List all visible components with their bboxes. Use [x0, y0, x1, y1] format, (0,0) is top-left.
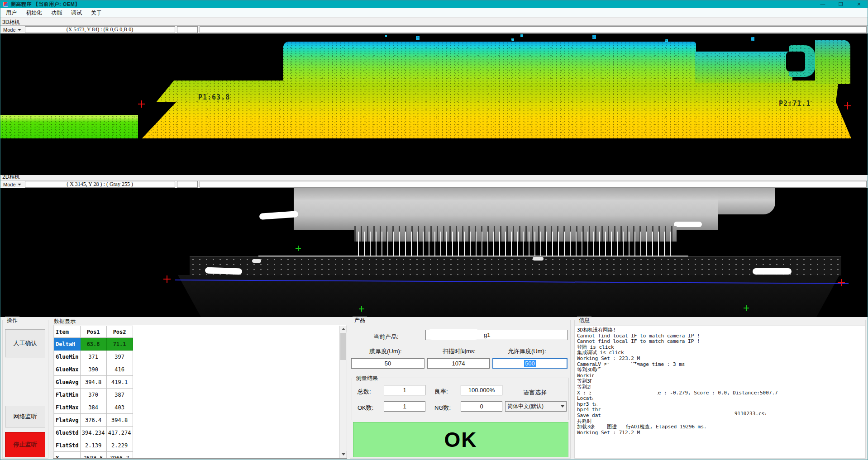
cell-item: GlueAvg	[54, 376, 81, 389]
scroll-down-icon[interactable]	[340, 451, 347, 458]
scrollbar-thumb[interactable]	[340, 333, 346, 360]
menu-item-user[interactable]: 用户	[1, 8, 21, 18]
table-row[interactable]: GlueStd 394.234 417.274	[54, 427, 133, 439]
application-window: 测高程序 【当前用户: OEM】 — ❐ ✕ 用户 初始化 功能 调试 关于 3…	[0, 0, 868, 460]
table-scrollbar[interactable]	[339, 326, 346, 458]
table-row[interactable]: X 2583.5 7966.7	[54, 452, 133, 459]
table-row[interactable]: FlatStd 2.139 2.229	[54, 439, 133, 452]
heightmap-left-slab	[0, 115, 138, 138]
product-group-label: 产品	[353, 317, 367, 324]
cell-pos1: 2583.5	[80, 452, 106, 459]
camera2d-viewport[interactable]	[0, 188, 868, 317]
cell-pos2: 419.1	[106, 376, 133, 389]
left-fiducial-cross-3d	[138, 100, 145, 108]
total-field[interactable]: 1	[384, 385, 425, 395]
table-row[interactable]: DeltaH 63.8 71.1	[54, 338, 133, 351]
cell-item: GlueStd	[54, 427, 81, 439]
scroll-up-icon[interactable]	[340, 326, 347, 332]
yield-label: 良率:	[434, 388, 448, 396]
window-title: 测高程序 【当前用户: OEM】	[11, 1, 80, 8]
cell-pos1: 370	[80, 389, 106, 401]
stop-listen-button[interactable]: 停止监听	[5, 432, 45, 457]
glue-pill-left	[205, 267, 242, 275]
table-row[interactable]: FlatAvg 376.4 394.8	[54, 414, 133, 427]
table-row[interactable]: GlueAvg 394.8 419.1	[54, 376, 133, 389]
col-header-pos1[interactable]: Pos1	[80, 326, 106, 338]
camera2d-toolbar-box	[177, 181, 198, 188]
selected-text: 500	[524, 360, 536, 367]
operation-group-label: 操作	[5, 317, 19, 324]
ok-count-label: OK数:	[358, 404, 373, 412]
camera3d-mode-label: Mode	[3, 27, 16, 33]
camera3d-mode-button[interactable]: Mode	[1, 27, 23, 33]
redaction-blob	[765, 403, 845, 419]
glue-pill-right	[753, 268, 792, 275]
csv-filename-text: 9110233.csv	[734, 411, 768, 417]
ok-count-field[interactable]: 1	[384, 401, 425, 412]
close-icon[interactable]: ✕	[856, 1, 862, 8]
ng-count-label: NG数:	[434, 404, 451, 412]
camera2d-mode-button[interactable]: Mode	[1, 182, 23, 187]
log-line: 3D相机没有网络!	[577, 327, 863, 333]
chevron-down-icon	[18, 29, 21, 31]
total-label: 总数:	[358, 388, 371, 396]
scan-time-field[interactable]: 1074	[427, 358, 490, 369]
allow-thickness-field[interactable]: 500	[492, 358, 568, 369]
heightmap-top-component	[283, 42, 696, 83]
minimize-icon[interactable]: —	[820, 1, 826, 8]
maximize-icon[interactable]: ❐	[838, 1, 844, 8]
camera3d-pixel-readout: (X 5473, Y 84) : (R 0,G 0,B 0)	[25, 26, 175, 33]
menu-item-init[interactable]: 初始化	[21, 8, 47, 18]
table-row[interactable]: FlatMin 370 387	[54, 389, 133, 401]
cell-item: FlatAvg	[54, 414, 81, 427]
menu-bar: 用户 初始化 功能 调试 关于	[0, 8, 868, 18]
redaction-blob	[607, 413, 720, 421]
check-cross-bottom-left	[359, 306, 364, 312]
cell-pos2: 7966.7	[106, 452, 133, 459]
pcb-panel	[294, 188, 718, 230]
manual-confirm-button[interactable]: 人工确认	[5, 329, 45, 357]
left-fiducial-cross-2d	[163, 275, 171, 283]
table-row[interactable]: GlueMax 390 416	[54, 363, 133, 376]
cell-item: DeltaH	[54, 338, 81, 351]
cell-item: FlatMin	[54, 389, 81, 401]
cell-pos2: 394.8	[106, 414, 133, 427]
camera3d-toolbar-box-wide	[200, 26, 867, 33]
right-fiducial-cross-2d	[838, 279, 845, 286]
log-line: Cannot find local IF to match camera IP …	[577, 339, 863, 345]
cell-pos2: 2.229	[106, 439, 133, 452]
ng-count-field[interactable]: 0	[461, 401, 502, 412]
film-thickness-field[interactable]: 50	[351, 358, 424, 369]
col-header-pos2[interactable]: Pos2	[106, 326, 133, 338]
menu-item-about[interactable]: 关于	[86, 8, 106, 18]
cell-pos1: 63.8	[80, 338, 106, 351]
camera2d-mode-label: Mode	[3, 182, 16, 187]
current-product-label: 当前产品:	[373, 333, 399, 341]
language-select[interactable]: 简体中文(默认)	[505, 401, 567, 412]
cell-pos1: 376.4	[80, 414, 106, 427]
glue-streak-left	[259, 211, 299, 220]
col-header-item[interactable]: Item	[54, 326, 81, 338]
title-bar: 测高程序 【当前用户: OEM】 — ❐ ✕	[0, 0, 868, 8]
menu-item-debug[interactable]: 调试	[67, 8, 86, 18]
yield-field[interactable]: 100.000%	[461, 385, 502, 395]
app-icon	[3, 2, 8, 7]
camera2d-toolbar-box-wide	[200, 181, 867, 188]
pcb-panel-tab	[718, 188, 775, 214]
right-fiducial-cross-3d	[844, 102, 851, 109]
operation-group: 操作 人工确认 网络监听 停止监听	[2, 320, 48, 459]
cell-pos2: 397	[106, 351, 133, 363]
cell-item: GlueMax	[54, 363, 81, 376]
menu-item-function[interactable]: 功能	[47, 8, 67, 18]
scan-time-label: 扫描时间ms:	[443, 347, 476, 356]
table-row[interactable]: GlueMin 371 397	[54, 351, 133, 363]
table-row[interactable]: FlatMax 384 403	[54, 401, 133, 414]
result-status-banner: OK	[353, 422, 568, 457]
network-listen-button[interactable]: 网络监听	[5, 406, 45, 427]
heightmap-mid-layer	[156, 81, 839, 102]
cell-pos2: 416	[106, 363, 133, 376]
camera3d-viewport[interactable]: P1:63.8 P2:71.1	[0, 33, 868, 175]
data-display-label: 数据显示	[54, 318, 76, 325]
base-bar	[190, 256, 841, 275]
camera3d-toolbar-box	[177, 26, 198, 33]
